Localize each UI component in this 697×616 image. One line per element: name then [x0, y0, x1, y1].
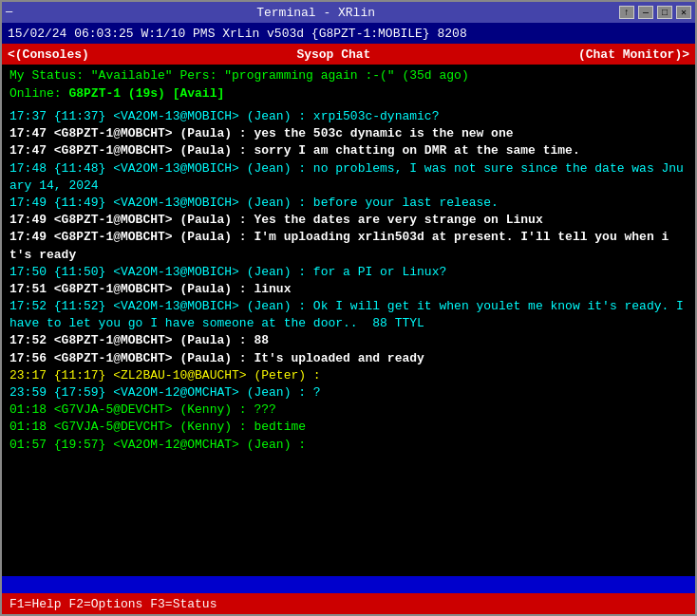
chat-line: 01:57 {19:57} <VA2OM-12@OMCHAT> (Jean) : [9, 437, 688, 454]
my-status-line: My Status: "Available" Pers: "programmin… [9, 68, 688, 83]
chat-line: 17:49 {11:49} <VA2OM-13@MOBICH> (Jean) :… [9, 195, 688, 212]
chat-line: 17:56 <G8PZT-1@MOBCHT> (Paula) : It's up… [9, 350, 688, 367]
chat-line: 17:47 <G8PZT-1@MOBCHT> (Paula) : yes the… [9, 125, 688, 142]
chat-line: 17:52 <G8PZT-1@MOBCHT> (Paula) : 88 [9, 332, 688, 349]
function-bar: F1=Help F2=Options F3=Status [2, 593, 695, 614]
title-bar-controls: ↑ — □ ✕ [619, 6, 691, 19]
chat-area: 17:37 {11:37} <VA2OM-13@MOBICH> (Jean) :… [9, 108, 688, 572]
online-callsign: G8PZT-1 (19s) [Avail] [68, 86, 224, 101]
status-bar: 15/02/24 06:03:25 W:1/10 PMS XrLin v503d… [2, 23, 695, 44]
chat-line: 01:18 <G7VJA-5@DEVCHT> (Kenny) : ??? [9, 401, 688, 419]
chat-line: 17:37 {11:37} <VA2OM-13@MOBICH> (Jean) :… [9, 108, 688, 125]
my-status-text: My Status: "Available" Pers: "programmin… [9, 68, 469, 83]
nav-sysop-chat[interactable]: Sysop Chat [89, 47, 578, 62]
chat-line: 17:49 <G8PZT-1@MOBCHT> (Paula) : Yes the… [9, 212, 688, 229]
maximize-button[interactable]: □ [657, 6, 672, 19]
chat-line: 23:59 {17:59} <VA2OM-12@OMCHAT> (Jean) :… [9, 384, 688, 401]
title-bar: — Terminal - XRlin ↑ — □ ✕ [2, 2, 695, 23]
chat-line: 17:48 {11:48} <VA2OM-13@MOBICH> (Jean) :… [9, 160, 688, 195]
chat-line: 17:47 <G8PZT-1@MOBCHT> (Paula) : sorry I… [9, 142, 688, 159]
close-button[interactable]: ✕ [676, 6, 691, 19]
nav-chat-monitor[interactable]: (Chat Monitor)> [578, 47, 689, 62]
title-bar-menu[interactable]: — [6, 6, 12, 19]
nav-consoles[interactable]: <(Consoles) [8, 47, 89, 62]
chat-line: 17:52 {11:52} <VA2OM-13@MOBICH> (Jean) :… [9, 298, 688, 332]
window-title: Terminal - XRlin [12, 6, 619, 20]
status-bar-text: 15/02/24 06:03:25 W:1/10 PMS XrLin v503d… [8, 27, 467, 41]
bottom-blue-bar [2, 576, 695, 593]
chat-line: 17:51 <G8PZT-1@MOBCHT> (Paula) : linux [9, 281, 688, 298]
minimize-button[interactable]: — [638, 6, 653, 19]
online-label: Online: [9, 86, 68, 101]
main-content: My Status: "Available" Pers: "programmin… [2, 65, 695, 576]
scroll-up-button[interactable]: ↑ [619, 6, 634, 19]
function-bar-text: F1=Help F2=Options F3=Status [9, 597, 217, 611]
nav-bar: <(Consoles) Sysop Chat (Chat Monitor)> [2, 44, 695, 65]
chat-line: 17:50 {11:50} <VA2OM-13@MOBICH> (Jean) :… [9, 264, 688, 281]
online-line: Online: G8PZT-1 (19s) [Avail] [9, 86, 688, 101]
chat-line: 01:18 <G7VJA-5@DEVCHT> (Kenny) : bedtime [9, 419, 688, 436]
chat-line: 17:49 <G8PZT-1@MOBCHT> (Paula) : I'm upl… [9, 229, 688, 263]
chat-line: 23:17 {11:17} <ZL2BAU-10@BAUCHT> (Peter)… [9, 367, 688, 384]
terminal-window: — Terminal - XRlin ↑ — □ ✕ 15/02/24 06:0… [0, 0, 697, 616]
